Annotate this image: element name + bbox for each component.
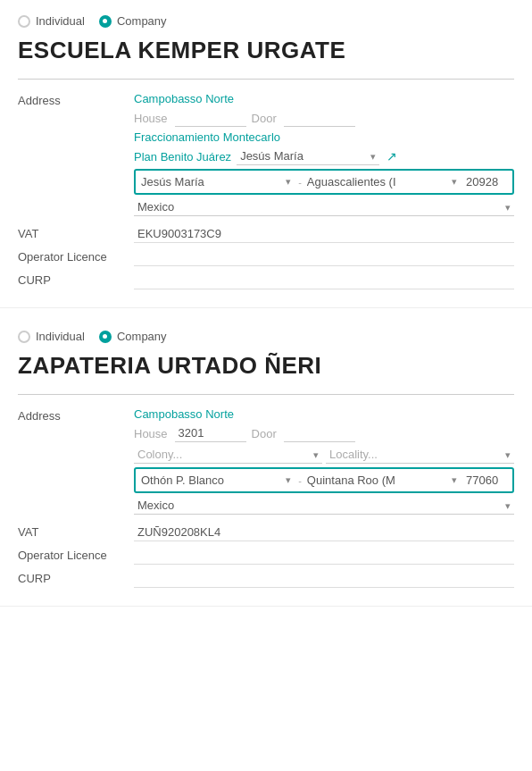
address-section-2: Address Campobasso Norte House Door Colo… — [18, 407, 514, 515]
vat-input-1[interactable] — [134, 225, 514, 243]
individual-label-2: Individual — [36, 330, 85, 343]
locality-wrapper-2: Locality... — [326, 446, 514, 464]
door-label-2: Door — [252, 427, 277, 440]
colony-wrapper-2: Colony... — [134, 446, 322, 464]
vat-fields-1 — [134, 225, 514, 243]
curp-input-2[interactable] — [134, 570, 514, 588]
address-section-1: Address Campobasso Norte House Door Frac… — [18, 92, 514, 216]
house-door-row-2: House Door — [134, 424, 514, 442]
street-value-2: Campobasso Norte — [134, 407, 234, 421]
operator-section-2: Operator Licence — [18, 547, 514, 565]
door-label-1: Door — [252, 112, 277, 125]
vat-label-2: VAT — [18, 524, 134, 541]
house-input-2[interactable] — [175, 424, 246, 442]
individual-radio-2[interactable] — [18, 331, 30, 343]
operator-input-1[interactable] — [134, 248, 514, 266]
door-input-1[interactable] — [284, 109, 355, 127]
city-select-1[interactable]: Jesús María — [141, 175, 293, 189]
operator-section-1: Operator Licence — [18, 248, 514, 266]
company-radio-1[interactable] — [99, 15, 112, 28]
company-option-1[interactable]: Company — [99, 14, 167, 28]
state-select-2[interactable]: Quintana Roo (M — [307, 473, 459, 487]
address-fields-2: Campobasso Norte House Door Colony... — [134, 407, 514, 515]
house-door-row-1: House Door — [134, 109, 514, 127]
city-select-2[interactable]: Othón P. Blanco — [141, 473, 293, 487]
street-row-2: Campobasso Norte — [134, 407, 514, 421]
curp-input-1[interactable] — [134, 272, 514, 289]
individual-radio-1[interactable] — [18, 15, 30, 28]
operator-label-2: Operator Licence — [18, 547, 134, 565]
company-label-1: Company — [117, 14, 167, 28]
operator-label-1: Operator Licence — [18, 248, 134, 266]
curp-fields-1 — [134, 272, 514, 289]
external-link-icon-1[interactable]: ↗ — [387, 149, 397, 163]
separator-2: - — [296, 475, 303, 486]
house-label-2: House — [134, 427, 168, 440]
title-divider-1 — [18, 79, 514, 80]
curp-fields-2 — [134, 570, 514, 588]
individual-option-2[interactable]: Individual — [18, 330, 85, 343]
operator-fields-1 — [134, 248, 514, 266]
street-row-1: Campobasso Norte — [134, 92, 514, 105]
country-select-2[interactable]: Mexico — [134, 497, 514, 515]
country-wrapper-1: Mexico — [134, 198, 514, 216]
vat-section-1: VAT — [18, 225, 514, 243]
operator-fields-2 — [134, 547, 514, 565]
vat-section-2: VAT — [18, 524, 514, 541]
company-card-2: Individual Company ZAPATERIA URTADO ÑERI… — [0, 315, 532, 607]
type-selector-2: Individual Company — [18, 330, 514, 343]
address-label-1: Address — [18, 92, 134, 216]
individual-label-1: Individual — [36, 14, 85, 28]
zip-input-1[interactable] — [462, 173, 507, 190]
company-title-2: ZAPATERIA URTADO ÑERI — [18, 352, 514, 380]
separator-1: - — [296, 177, 303, 188]
city-state-zip-row-2: Othón P. Blanco ▾ - Quintana Roo (M ▾ — [134, 467, 514, 493]
house-label-1: House — [134, 112, 168, 125]
curp-label-1: CURP — [18, 272, 134, 289]
title-divider-2 — [18, 394, 514, 395]
curp-section-1: CURP — [18, 272, 514, 289]
vat-fields-2 — [134, 524, 514, 541]
fraccionamiento-row-1: Fraccionamiento Montecarlo — [134, 130, 514, 144]
fraccionamiento-value-1: Fraccionamiento Montecarlo — [134, 130, 280, 144]
vat-input-2[interactable] — [134, 524, 514, 541]
locality-select-2[interactable]: Locality... — [326, 446, 514, 464]
type-selector-1: Individual Company — [18, 14, 514, 28]
company-option-2[interactable]: Company — [99, 330, 167, 343]
address-fields-1: Campobasso Norte House Door Fraccionamie… — [134, 92, 514, 216]
operator-input-2[interactable] — [134, 547, 514, 565]
plan-benito-row-1: Plan Benito Juárez Jesús María ↗ — [134, 147, 514, 165]
house-input-1[interactable] — [175, 109, 246, 127]
country-wrapper-2: Mexico — [134, 497, 514, 515]
address-label-2: Address — [18, 407, 134, 515]
company-radio-2[interactable] — [99, 331, 112, 343]
jesus-maria-select-1[interactable]: Jesús María — [237, 147, 379, 165]
state-select-1[interactable]: Aguascalientes (I — [307, 175, 459, 189]
plan-benito-text-1: Plan Benito Juárez — [134, 148, 231, 165]
company-card-1: Individual Company ESCUELA KEMPER URGATE… — [0, 0, 532, 308]
colony-select-2[interactable]: Colony... — [134, 446, 322, 464]
street-value-1: Campobasso Norte — [134, 92, 234, 105]
vat-label-1: VAT — [18, 225, 134, 243]
door-input-2[interactable] — [284, 424, 355, 442]
individual-option-1[interactable]: Individual — [18, 14, 85, 28]
curp-section-2: CURP — [18, 570, 514, 588]
curp-label-2: CURP — [18, 570, 134, 588]
zip-input-2[interactable] — [462, 472, 507, 489]
city-state-zip-row-1: Jesús María ▾ - Aguascalientes (I ▾ — [134, 169, 514, 195]
jesus-maria-select-wrapper-1: Jesús María — [237, 147, 379, 165]
country-select-1[interactable]: Mexico — [134, 198, 514, 216]
colony-locality-row-2: Colony... Locality... — [134, 446, 514, 464]
company-title-1: ESCUELA KEMPER URGATE — [18, 37, 514, 64]
company-label-2: Company — [117, 330, 167, 343]
